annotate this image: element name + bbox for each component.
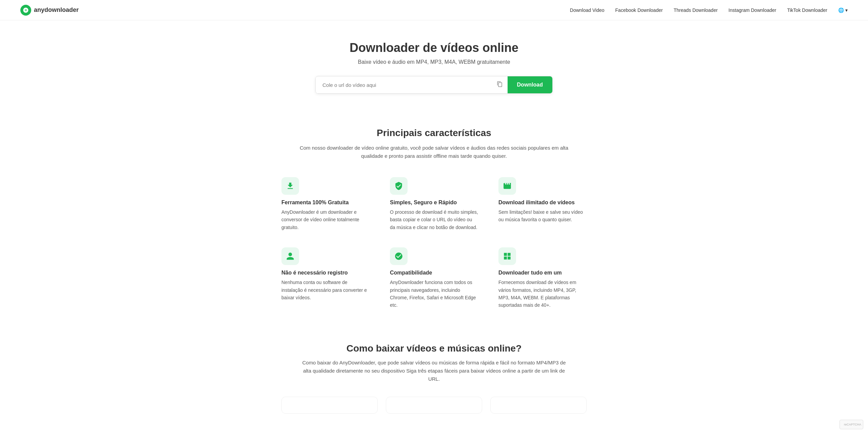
feature-compat-title: Compatibilidade xyxy=(390,270,478,276)
nav-download-video[interactable]: Download Video xyxy=(570,7,605,13)
features-desc: Com nosso downloader de vídeo online gra… xyxy=(298,144,570,160)
howto-steps xyxy=(281,397,587,414)
film-icon-box xyxy=(498,177,516,195)
logo-link[interactable]: anydownloader xyxy=(20,5,79,16)
nav-instagram[interactable]: Instagram Downloader xyxy=(729,7,776,13)
howto-desc: Como baixar do AnyDownloader, que pode s… xyxy=(298,359,570,383)
download-button[interactable]: Download xyxy=(508,76,552,93)
feature-unlimited: Download ilimitado de vídeos Sem limitaç… xyxy=(498,177,587,231)
hero-subtitle: Baixe vídeo e áudio em MP4, MP3, M4A, WE… xyxy=(7,59,861,65)
features-grid: Ferramenta 100% Gratuita AnyDownloader é… xyxy=(281,177,587,309)
logo-text: anydownloader xyxy=(34,6,79,14)
howto-title: Como baixar vídeos e músicas online? xyxy=(27,343,841,354)
feature-no-register: Não é necessário registro Nenhuma conta … xyxy=(281,247,370,309)
feature-unlimited-desc: Sem limitações! baixe e salve seu vídeo … xyxy=(498,208,587,224)
feature-secure-title: Simples, Seguro e Rápido xyxy=(390,200,478,206)
feature-compat-desc: AnyDownloader funciona com todos os prin… xyxy=(390,279,478,309)
howto-step-2 xyxy=(386,397,482,414)
shield-icon-box xyxy=(390,177,408,195)
logo-icon xyxy=(20,5,31,16)
nav-tiktok[interactable]: TikTok Downloader xyxy=(787,7,827,13)
check-icon-box xyxy=(390,247,408,265)
howto-step-3 xyxy=(490,397,587,414)
chevron-down-icon: ▾ xyxy=(845,7,848,13)
grid-icon-box xyxy=(498,247,516,265)
feature-no-register-title: Não é necessário registro xyxy=(281,270,370,276)
language-selector[interactable]: 🌐 ▾ xyxy=(838,7,848,13)
feature-allinone-desc: Fornecemos download de vídeos em vários … xyxy=(498,279,587,309)
features-title: Principais características xyxy=(27,128,841,138)
user-icon-box xyxy=(281,247,299,265)
feature-secure: Simples, Seguro e Rápido O processo de d… xyxy=(390,177,478,231)
globe-icon: 🌐 xyxy=(838,7,844,13)
download-icon-box xyxy=(281,177,299,195)
hero-section: Downloader de vídeos online Baixe vídeo … xyxy=(0,20,868,107)
nav-links: Download Video Facebook Downloader Threa… xyxy=(570,7,848,13)
nav-facebook[interactable]: Facebook Downloader xyxy=(615,7,663,13)
recaptcha-badge: reCAPTCHA xyxy=(840,420,863,427)
url-input[interactable] xyxy=(316,77,492,93)
feature-free-title: Ferramenta 100% Gratuita xyxy=(281,200,370,206)
features-section: Principais características Com nosso dow… xyxy=(0,107,868,323)
feature-secure-desc: O processo de download é muito simples, … xyxy=(390,208,478,231)
navbar: anydownloader Download Video Facebook Do… xyxy=(0,0,868,20)
clipboard-icon[interactable] xyxy=(492,81,508,89)
feature-free: Ferramenta 100% Gratuita AnyDownloader é… xyxy=(281,177,370,231)
nav-threads[interactable]: Threads Downloader xyxy=(674,7,718,13)
feature-compat: Compatibilidade AnyDownloader funciona c… xyxy=(390,247,478,309)
howto-section: Como baixar vídeos e músicas online? Com… xyxy=(0,323,868,427)
feature-allinone: Downloader tudo em um Fornecemos downloa… xyxy=(498,247,587,309)
hero-title: Downloader de vídeos online xyxy=(7,41,861,55)
feature-allinone-title: Downloader tudo em um xyxy=(498,270,587,276)
howto-step-1 xyxy=(281,397,378,414)
feature-free-desc: AnyDownloader é um downloader e converso… xyxy=(281,208,370,231)
feature-no-register-desc: Nenhuma conta ou software de instalação … xyxy=(281,279,370,301)
feature-unlimited-title: Download ilimitado de vídeos xyxy=(498,200,587,206)
url-input-bar: Download xyxy=(315,76,553,94)
